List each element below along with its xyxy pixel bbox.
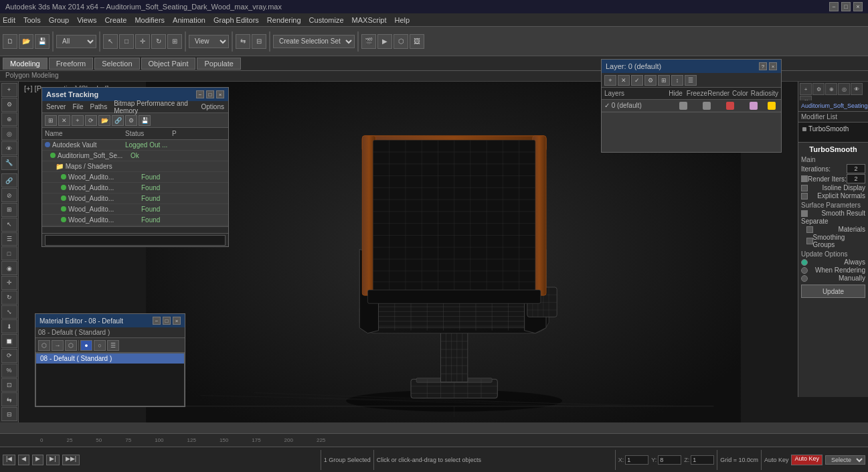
frame-step-fwd-button[interactable]: ▶|: [46, 455, 59, 465]
tab-populate[interactable]: Populate: [197, 58, 240, 70]
at-row-wood5[interactable]: Wood_Audito... Found: [42, 215, 228, 226]
place-tool[interactable]: ⬇: [1, 319, 17, 333]
lp-btn1[interactable]: +: [604, 75, 616, 86]
tab-selection[interactable]: Selection: [94, 58, 139, 70]
ts-smoothgroups-checkbox[interactable]: [806, 238, 813, 244]
y-input[interactable]: [658, 455, 681, 465]
at-menu-bpm[interactable]: Bitmap Performance and Memory: [114, 100, 194, 114]
selection-mode-dropdown[interactable]: All: [56, 35, 96, 48]
lp-btn4[interactable]: ⚙: [644, 75, 657, 86]
render-setup-button[interactable]: 🎬: [361, 34, 376, 49]
at-minimize[interactable]: −: [196, 90, 204, 98]
rotate-button[interactable]: ↻: [151, 34, 166, 49]
menu-tools[interactable]: Tools: [23, 16, 41, 24]
me-btn1[interactable]: ⬡: [38, 340, 50, 351]
menu-modifiers[interactable]: Modifiers: [135, 16, 165, 24]
me-btn2[interactable]: →: [52, 340, 64, 351]
ts-manually-radio[interactable]: [801, 275, 808, 282]
hierarchy-tab[interactable]: ⊕: [825, 83, 837, 95]
at-btn5[interactable]: 📂: [98, 115, 110, 126]
me-maximize[interactable]: □: [163, 317, 171, 325]
tab-modeling[interactable]: Modeling: [3, 58, 48, 70]
at-maximize[interactable]: □: [206, 90, 214, 98]
me-close[interactable]: ×: [173, 317, 181, 325]
mirror-button[interactable]: ⇆: [236, 34, 250, 49]
me-btn5[interactable]: ○: [94, 340, 106, 351]
at-btn1[interactable]: ⊞: [45, 115, 57, 126]
open-button[interactable]: 📂: [19, 34, 33, 49]
menu-views[interactable]: Views: [77, 16, 96, 24]
frame-next-button[interactable]: ▶▶|: [62, 455, 80, 465]
menu-create[interactable]: Create: [104, 16, 126, 24]
motion-tab[interactable]: ◎: [838, 83, 850, 95]
bind-tool[interactable]: ⊞: [1, 203, 17, 217]
display-tab[interactable]: 👁: [851, 83, 863, 95]
at-btn3[interactable]: +: [72, 115, 84, 126]
create-tab[interactable]: +: [800, 83, 812, 95]
play-button[interactable]: ▶: [32, 455, 44, 465]
x-input[interactable]: [625, 455, 648, 465]
move-button[interactable]: ✛: [135, 34, 150, 49]
lp-btn2[interactable]: ✕: [618, 75, 630, 86]
autokey-button[interactable]: Auto Key: [791, 455, 822, 465]
lp-btn3[interactable]: ✓: [631, 75, 643, 86]
snap-tool[interactable]: 🔲: [1, 334, 17, 348]
ts-explicit-checkbox[interactable]: [801, 193, 808, 200]
scale-tool[interactable]: ⤡: [1, 305, 17, 319]
select-region-button[interactable]: □: [119, 34, 134, 49]
at-close[interactable]: ×: [216, 90, 224, 98]
save-button[interactable]: 💾: [35, 34, 50, 49]
me-material-list[interactable]: 08 - Default ( Standard ): [35, 353, 185, 406]
rect-select-tool[interactable]: □: [1, 246, 17, 260]
at-menu-paths[interactable]: Paths: [90, 103, 108, 110]
at-row-wood3[interactable]: Wood_Audito... Found: [42, 193, 228, 204]
view-dropdown[interactable]: View: [189, 35, 229, 48]
at-path-input[interactable]: [45, 235, 226, 246]
menu-customize[interactable]: Customize: [309, 16, 344, 24]
lp-btn7[interactable]: ☰: [685, 75, 697, 86]
menu-animation[interactable]: Animation: [173, 16, 205, 24]
link-tool[interactable]: 🔗: [1, 173, 17, 187]
create-tool[interactable]: +: [1, 83, 17, 97]
lp-close[interactable]: ×: [769, 62, 777, 70]
spinner-snap-tool[interactable]: ⊡: [1, 378, 17, 392]
material-editor-button[interactable]: ⬡: [394, 34, 408, 49]
lp-btn5[interactable]: ⊞: [658, 75, 670, 86]
maximize-button[interactable]: □: [841, 2, 851, 11]
ts-smooth-checkbox[interactable]: [801, 210, 808, 217]
ts-always-radio[interactable]: [801, 259, 808, 266]
ts-update-button[interactable]: Update: [801, 285, 865, 298]
select-by-name-tool[interactable]: ☰: [1, 232, 17, 246]
z-input[interactable]: [691, 455, 714, 465]
lp-row-default[interactable]: ✓ 0 (default): [602, 100, 781, 112]
ts-when-rendering-radio[interactable]: [801, 267, 808, 274]
at-btn4[interactable]: ⟳: [85, 115, 97, 126]
menu-maxscript[interactable]: MAXScript: [352, 16, 387, 24]
me-selected-material[interactable]: 08 - Default ( Standard ): [36, 353, 184, 364]
modify-tab[interactable]: ⚙: [812, 83, 824, 95]
menu-graph-editors[interactable]: Graph Editors: [213, 16, 259, 24]
close-button[interactable]: ×: [853, 2, 863, 11]
frame-prev-button[interactable]: |◀: [3, 455, 15, 465]
selected-dropdown[interactable]: Selected: [825, 455, 865, 465]
ts-iterations-input[interactable]: 2: [847, 164, 865, 173]
ts-render-iters-checkbox[interactable]: [801, 175, 808, 182]
hierarchy-tool[interactable]: ⊕: [1, 112, 17, 127]
menu-group[interactable]: Group: [49, 16, 70, 24]
align-tool[interactable]: ⊟: [1, 407, 17, 421]
tab-object-paint[interactable]: Object Paint: [141, 58, 196, 70]
at-scrollbar[interactable]: [42, 226, 228, 233]
scale-button[interactable]: ⊞: [167, 34, 182, 49]
at-row-vault[interactable]: Autodesk Vault Logged Out ...: [42, 140, 228, 151]
me-minimize[interactable]: −: [153, 317, 161, 325]
at-row-auditorium[interactable]: Auditorium_Soft_Se... Ok: [42, 151, 228, 161]
menu-rendering[interactable]: Rendering: [267, 16, 301, 24]
align-button[interactable]: ⊟: [252, 34, 266, 49]
at-row-maps[interactable]: 📁 Maps / Shaders: [42, 161, 228, 172]
create-selection-dropdown[interactable]: Create Selection Set: [273, 35, 355, 48]
paint-select-tool[interactable]: ◉: [1, 261, 17, 275]
cmd-modifier-turbosmooth[interactable]: TurboSmooth: [800, 124, 867, 134]
utilities-tool[interactable]: 🔧: [1, 156, 17, 170]
render-button[interactable]: ▶: [377, 34, 392, 49]
at-menu-file[interactable]: File: [72, 103, 83, 110]
